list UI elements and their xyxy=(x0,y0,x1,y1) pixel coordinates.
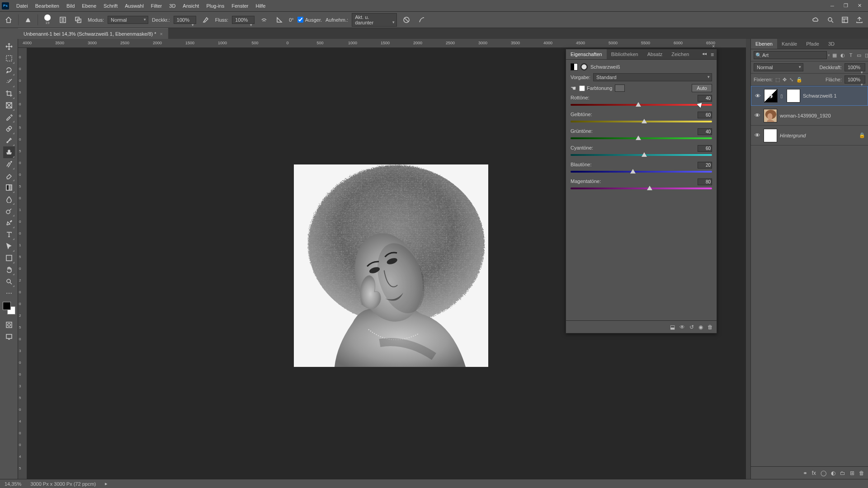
menu-select[interactable]: Auswahl xyxy=(121,2,147,10)
slider-value-input[interactable] xyxy=(698,145,712,152)
color-swatches[interactable] xyxy=(3,302,15,314)
aligned-checkbox[interactable]: Ausger. xyxy=(297,17,322,23)
dodge-tool[interactable] xyxy=(3,205,15,217)
document-dimensions[interactable]: 3000 Px x 3000 Px (72 ppcm) xyxy=(30,481,96,487)
layer-row[interactable]: 👁 woman-1439909_1920 xyxy=(751,106,868,126)
lock-pixels-icon[interactable]: ⬚ xyxy=(775,77,780,83)
filter-smart-icon[interactable]: ◫ xyxy=(863,52,868,59)
visibility-toggle[interactable]: 👁 xyxy=(754,112,761,119)
menu-type[interactable]: Schrift xyxy=(100,2,121,10)
layer-row[interactable]: 👁 Hintergrund 🔒 xyxy=(751,126,868,145)
foreground-color-swatch[interactable] xyxy=(3,302,11,310)
filter-pixel-icon[interactable]: ▦ xyxy=(831,52,838,59)
cloud-docs-icon[interactable] xyxy=(810,14,822,26)
filter-shape-icon[interactable]: ▭ xyxy=(855,52,863,59)
visibility-toggle[interactable]: 👁 xyxy=(754,132,761,139)
hand-target-icon[interactable]: ☚ xyxy=(571,84,576,92)
link-layers-icon[interactable]: ⚭ xyxy=(803,470,807,476)
color-slider[interactable] xyxy=(571,103,712,107)
home-icon[interactable] xyxy=(3,14,14,26)
document-canvas[interactable] xyxy=(294,164,488,367)
tab-libraries[interactable]: Bibliotheken xyxy=(607,49,643,59)
previous-state-icon[interactable]: 👁 xyxy=(679,324,685,330)
status-flyout-icon[interactable]: ▸ xyxy=(105,481,108,487)
brush-preview-icon[interactable]: 19 xyxy=(42,14,53,26)
lock-nesting-icon[interactable]: ⤡ xyxy=(789,77,793,83)
menu-3d[interactable]: 3D xyxy=(165,2,179,10)
layer-thumb[interactable] xyxy=(764,109,777,122)
marquee-tool[interactable] xyxy=(3,52,15,64)
flow-input[interactable]: 100% xyxy=(232,16,255,24)
path-select-tool[interactable] xyxy=(3,240,15,252)
history-brush-tool[interactable] xyxy=(3,158,15,170)
new-layer-icon[interactable]: ⊞ xyxy=(850,470,854,476)
color-slider[interactable] xyxy=(571,153,712,157)
clone-stamp-tool[interactable] xyxy=(3,146,15,158)
share-icon[interactable] xyxy=(854,14,865,26)
panel-menu-icon[interactable]: ≡ xyxy=(711,52,714,58)
slider-value-input[interactable] xyxy=(698,178,712,185)
document-tab[interactable]: Unbenannt-1 bei 14,3% (Schwarzweiß 1, Eb… xyxy=(18,28,168,39)
color-slider[interactable] xyxy=(571,169,712,174)
layer-thumb[interactable] xyxy=(764,129,777,142)
ignore-adj-icon[interactable] xyxy=(401,14,412,26)
clone-source-button[interactable] xyxy=(72,14,84,26)
window-maximize-button[interactable]: ❐ xyxy=(839,0,853,12)
eraser-tool[interactable] xyxy=(3,170,15,182)
zoom-tool[interactable] xyxy=(3,276,15,287)
close-icon[interactable]: × xyxy=(160,31,163,37)
layer-kind-filter[interactable] xyxy=(754,51,827,59)
filter-type-icon[interactable]: T xyxy=(847,52,854,59)
layer-name[interactable]: Schwarzweiß 1 xyxy=(803,93,865,99)
color-slider[interactable] xyxy=(571,136,712,141)
tab-character[interactable]: Zeichen xyxy=(667,49,693,59)
mask-thumb[interactable] xyxy=(787,89,800,103)
layer-opacity-input[interactable]: 100% xyxy=(844,63,865,71)
toggle-visibility-icon[interactable]: ◉ xyxy=(698,324,703,330)
tab-paragraph[interactable]: Absatz xyxy=(643,49,667,59)
type-tool[interactable] xyxy=(3,229,15,240)
menu-file[interactable]: Datei xyxy=(13,2,32,10)
angle-value[interactable]: 0° xyxy=(289,17,294,23)
window-close-button[interactable]: ✕ xyxy=(853,0,866,12)
filter-adjust-icon[interactable]: ◐ xyxy=(839,52,846,59)
visibility-toggle[interactable]: 👁 xyxy=(754,93,761,99)
quick-mask-button[interactable] xyxy=(3,319,15,331)
lock-position-icon[interactable]: ✥ xyxy=(783,77,787,83)
layer-name[interactable]: Hintergrund xyxy=(780,133,856,138)
eyedropper-tool[interactable] xyxy=(3,111,15,123)
pen-tool[interactable] xyxy=(3,217,15,229)
preset-select[interactable]: Standard xyxy=(593,73,712,81)
adjustment-icon[interactable]: ◐ xyxy=(831,470,835,476)
angle-icon[interactable] xyxy=(274,14,285,26)
airbrush-icon[interactable] xyxy=(258,14,270,26)
layer-blend-select[interactable]: Normal xyxy=(754,63,803,71)
menu-plugins[interactable]: Plug-ins xyxy=(203,2,228,10)
clip-icon[interactable]: ⬓ xyxy=(670,324,675,330)
brush-tool[interactable] xyxy=(3,135,15,146)
mask-mode-icon[interactable] xyxy=(580,63,588,70)
auto-button[interactable]: Auto xyxy=(692,84,712,92)
slider-value-input[interactable] xyxy=(698,128,712,135)
menu-window[interactable]: Fenster xyxy=(228,2,252,10)
blend-mode-select[interactable]: Normal xyxy=(108,16,148,24)
pressure-size-icon[interactable] xyxy=(416,14,428,26)
adjustment-thumb-icon[interactable]: ◑ xyxy=(764,89,778,103)
window-minimize-button[interactable]: ─ xyxy=(826,0,839,12)
color-slider[interactable] xyxy=(571,186,712,191)
lasso-tool[interactable] xyxy=(3,64,15,76)
layer-name[interactable]: woman-1439909_1920 xyxy=(780,113,865,118)
tab-paths[interactable]: Pfade xyxy=(802,39,824,49)
menu-layer[interactable]: Ebene xyxy=(78,2,100,10)
opacity-input[interactable]: 100% xyxy=(174,16,196,24)
tab-channels[interactable]: Kanäle xyxy=(777,39,802,49)
reset-icon[interactable]: ↺ xyxy=(689,324,694,330)
brush-settings-button[interactable] xyxy=(57,14,69,26)
tint-swatch[interactable] xyxy=(615,84,625,92)
menu-filter[interactable]: Filter xyxy=(147,2,165,10)
tool-preset-button[interactable] xyxy=(22,14,34,26)
menu-image[interactable]: Bild xyxy=(63,2,78,10)
color-slider[interactable] xyxy=(571,119,712,124)
magic-wand-tool[interactable] xyxy=(3,76,15,88)
gradient-tool[interactable] xyxy=(3,182,15,193)
